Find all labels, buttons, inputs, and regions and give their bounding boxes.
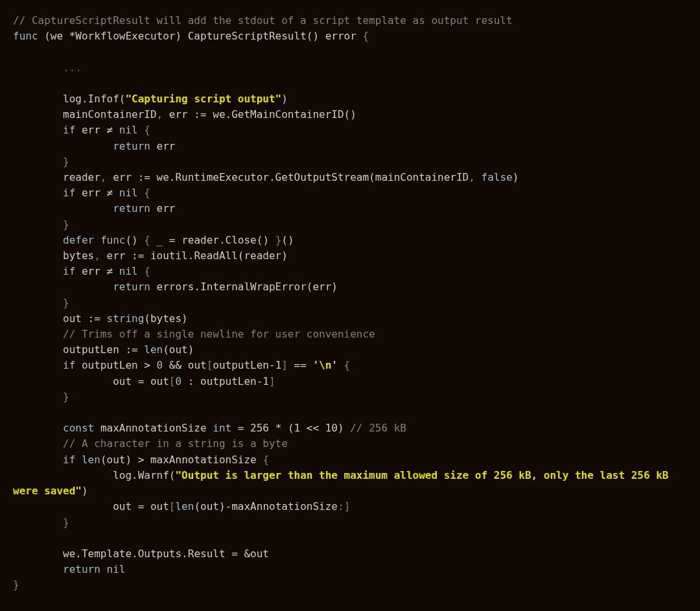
keyword-func: func <box>13 30 38 42</box>
string-literal: "Capturing script output" <box>125 93 281 105</box>
code-block: // CaptureScriptResult will add the stdo… <box>0 0 700 606</box>
comment-line: // CaptureScriptResult will add the stdo… <box>13 14 513 27</box>
ellipsis: ... <box>63 62 82 74</box>
comment-line: // Trims off a single newline for user c… <box>63 328 375 340</box>
comment-line: // A character in a string is a byte <box>63 437 288 450</box>
